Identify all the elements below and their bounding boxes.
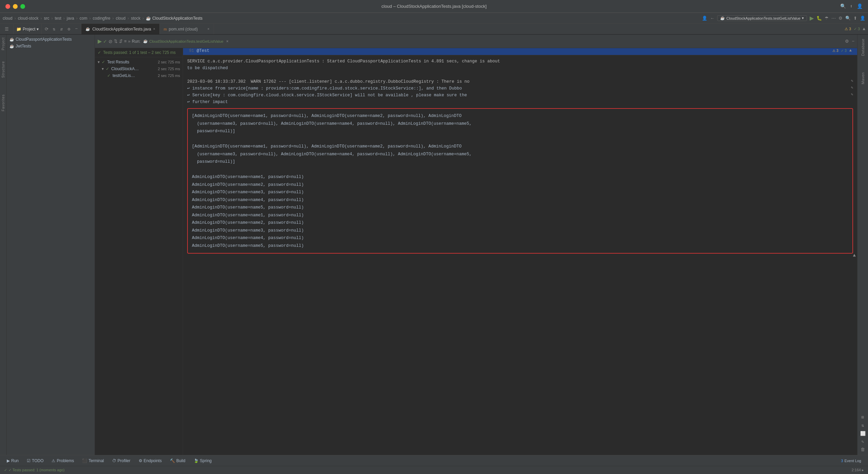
right-icon-3[interactable]: ⬜ bbox=[860, 431, 866, 436]
window-title: cloud – CloudStockApplicationTests.java … bbox=[381, 4, 487, 9]
java-file-icon: ☕ bbox=[85, 27, 90, 31]
line-number-91: 91 bbox=[184, 48, 197, 53]
tab-pom[interactable]: m pom.xml (cloud) × bbox=[160, 24, 214, 34]
test-cloudstock-item[interactable]: ▾ ✓ CloudStockA… 2 sec 725 ms bbox=[95, 65, 183, 72]
edit-icon-2[interactable]: ✎ bbox=[849, 85, 853, 91]
right-icon-4[interactable]: ✎ bbox=[862, 439, 864, 445]
scroll-arrows: ▲ bbox=[853, 251, 856, 259]
status-check-icon: ✓ bbox=[4, 468, 7, 472]
database-panel-label[interactable]: Database bbox=[861, 39, 865, 56]
bottom-tab-spring[interactable]: 🍃 Spring bbox=[191, 458, 215, 464]
close-button[interactable] bbox=[5, 4, 10, 9]
run-sort1-icon[interactable]: ⇅ bbox=[114, 39, 118, 44]
bottom-right-area: 3 Event Log bbox=[838, 458, 864, 463]
tab-close-cloudstock[interactable]: × bbox=[153, 27, 155, 31]
run-stop-icon[interactable]: ⊘ bbox=[108, 39, 113, 44]
scroll-up-icon[interactable]: ▲ bbox=[853, 251, 856, 259]
project-panel-header[interactable]: 📁 Project ▾ bbox=[14, 24, 42, 34]
hl-line-12: AdminLoginDTO(username=name5, password=n… bbox=[192, 242, 848, 250]
test-results-label: Test Results bbox=[107, 60, 129, 64]
breadcrumb-cloud-stock[interactable]: cloud-stock bbox=[18, 16, 39, 21]
sort2-icon[interactable]: ⇵ bbox=[58, 26, 65, 33]
bottom-tab-run[interactable]: ▶ Run bbox=[4, 458, 21, 464]
up-icon[interactable]: ⬆ bbox=[853, 16, 857, 21]
output-line-blank1 bbox=[187, 72, 853, 78]
settings-icon[interactable]: ⚙ bbox=[839, 16, 843, 21]
upload-icon[interactable]: ⬆ bbox=[850, 3, 853, 9]
sidebar-toggle[interactable]: ☰ bbox=[0, 24, 14, 34]
project-vertical-label[interactable]: Project bbox=[1, 37, 5, 50]
breadcrumb-src[interactable]: src bbox=[44, 16, 49, 21]
right-icon-2[interactable]: ⇅ bbox=[862, 423, 864, 428]
edit-icon-3[interactable]: ✎ bbox=[849, 92, 853, 98]
run-close2-icon[interactable]: − bbox=[852, 39, 854, 44]
content-area: ✓ Tests passed: 1 of 1 test – 2 sec 725 … bbox=[95, 48, 857, 455]
tree-item-cloudpassport[interactable]: ☕ CloudPassportApplicationTests bbox=[7, 36, 95, 43]
expand-icon[interactable]: ▲ bbox=[863, 26, 865, 32]
sync-icon[interactable]: ⟳ bbox=[43, 26, 50, 33]
output-scroll[interactable]: ▲ SERVICE c.a.c.provider.CloudPassportAp… bbox=[183, 55, 857, 455]
bottom-tab-endpoints[interactable]: ⚙ Endpoints bbox=[136, 458, 164, 464]
right-icon-1[interactable]: ⊞ bbox=[862, 415, 864, 420]
run-close-icon[interactable]: × bbox=[226, 39, 229, 44]
sort-icon[interactable]: ⇅ bbox=[51, 26, 57, 33]
passed-check-icon: ✓ bbox=[98, 50, 101, 55]
hl-line-1c: password=null)] bbox=[192, 127, 848, 135]
avatar-icon[interactable]: 👤 bbox=[857, 3, 863, 9]
bottom-tab-terminal[interactable]: ⬛ Terminal bbox=[79, 458, 106, 464]
far-right-panel: Database Maven ⊞ ⇅ ⬜ ✎ 🗑 bbox=[857, 35, 868, 455]
tree-item-jwttests[interactable]: ☕ JwtTests bbox=[7, 43, 95, 50]
bottom-tab-todo[interactable]: ☑ TODO bbox=[24, 458, 46, 464]
breadcrumb-com[interactable]: com bbox=[80, 16, 87, 21]
run-config-dropdown[interactable]: ☕ CloudStockApplicationTests.testGetList… bbox=[717, 15, 807, 21]
hl-line-7: AdminLoginDTO(username=name5, password=n… bbox=[192, 204, 848, 212]
bottom-tab-profiler[interactable]: ⏱ Profiler bbox=[110, 458, 133, 464]
gutter-arrow-up[interactable]: ▲ bbox=[849, 48, 852, 53]
breadcrumb-stock[interactable]: stock bbox=[131, 16, 140, 21]
check-count: ✓ 3 bbox=[854, 27, 860, 31]
bottom-tab-eventlog[interactable]: 3 Event Log bbox=[838, 458, 864, 463]
run-test-name[interactable]: CloudStockApplicationTests.testGetListVa… bbox=[149, 39, 223, 43]
endpoints-icon: ⚙ bbox=[139, 458, 142, 463]
run-settings-icon[interactable]: ⚙ bbox=[845, 39, 849, 44]
vcs-icon[interactable]: 👤 bbox=[702, 16, 707, 21]
root-check-icon: ✓ bbox=[102, 60, 105, 64]
breadcrumb-codingfire[interactable]: codingfire bbox=[93, 16, 110, 21]
settings2-icon[interactable]: ⚙ bbox=[65, 26, 72, 33]
right-icon-5[interactable]: 🗑 bbox=[861, 447, 865, 452]
maximize-button[interactable] bbox=[20, 4, 25, 9]
run-play-icon[interactable]: ▶ bbox=[98, 38, 102, 44]
tab-cloudstock[interactable]: ☕ CloudStockApplicationTests.java × bbox=[81, 24, 159, 34]
breadcrumb-cloud2[interactable]: cloud bbox=[116, 16, 125, 21]
window-controls bbox=[5, 4, 25, 9]
edit-icon-1[interactable]: ✎ bbox=[849, 78, 853, 84]
test-results-root[interactable]: ▾ ✓ Test Results 2 sec 725 ms bbox=[95, 59, 183, 65]
run-icon-bottom: ▶ bbox=[7, 458, 10, 463]
breadcrumb-test[interactable]: test bbox=[55, 16, 61, 21]
maven-panel-label[interactable]: Maven bbox=[861, 72, 865, 84]
more-actions[interactable]: ⋯ bbox=[831, 16, 836, 21]
run-filter-icon[interactable]: ≡ bbox=[124, 39, 127, 44]
testgetlist-item[interactable]: ✓ testGetLis… 2 sec 725 ms bbox=[95, 72, 183, 79]
close2-icon[interactable]: − bbox=[73, 26, 80, 33]
back-icon[interactable]: ← bbox=[710, 16, 714, 21]
minimize-button[interactable] bbox=[13, 4, 18, 9]
search-icon[interactable]: 🔍 bbox=[840, 3, 846, 9]
structure-vertical-label[interactable]: Structure bbox=[1, 61, 5, 78]
breadcrumb-cloud[interactable]: cloud bbox=[3, 16, 13, 21]
hl-line-10: AdminLoginDTO(username=name3, password=n… bbox=[192, 227, 848, 235]
run-more-icon[interactable]: » bbox=[128, 39, 131, 44]
run-output-area: ▶ ✓ ⊘ ⇅ ⇵ ≡ » Run: ☕ CloudStockApplicati… bbox=[95, 35, 857, 455]
run-sort2-icon[interactable]: ⇵ bbox=[119, 39, 123, 44]
user-icon[interactable]: 👤 bbox=[860, 16, 865, 21]
bottom-tab-build[interactable]: 🔨 Build bbox=[167, 458, 188, 464]
breadcrumb-class[interactable]: CloudStockApplicationTests bbox=[152, 16, 202, 21]
tab-close-pom[interactable]: × bbox=[208, 27, 210, 31]
favorites-vertical-label[interactable]: Favorites bbox=[1, 94, 5, 111]
search-icon2[interactable]: 🔍 bbox=[845, 16, 851, 21]
run-button[interactable]: ▶ bbox=[810, 15, 814, 21]
breadcrumb-java[interactable]: java bbox=[67, 16, 74, 21]
debug-button[interactable]: 🐛 bbox=[816, 16, 822, 21]
bottom-tab-problems[interactable]: ⚠ Problems bbox=[49, 458, 77, 464]
coverage-button[interactable]: ☂ bbox=[825, 16, 829, 21]
